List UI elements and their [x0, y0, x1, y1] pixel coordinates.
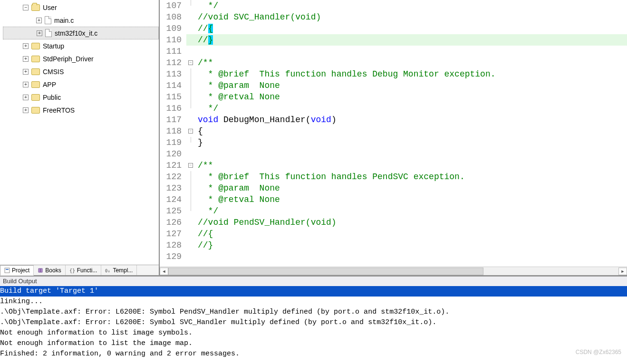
scroll-track[interactable]	[168, 268, 618, 275]
tree-folder[interactable]: +Startup	[3, 39, 159, 52]
code-line[interactable]: 127//{	[160, 228, 627, 239]
fold-gutter[interactable]	[186, 91, 195, 103]
code-line[interactable]: 120	[160, 148, 627, 160]
build-output-line[interactable]: Build target 'Target 1'	[0, 286, 627, 297]
build-output-body[interactable]: Build target 'Target 1'linking....\Obj\T…	[0, 286, 627, 364]
fold-gutter[interactable]	[186, 68, 195, 80]
fold-collapse-icon[interactable]: −	[188, 129, 193, 134]
tree-folder[interactable]: +CMSIS	[3, 65, 159, 78]
tree-folder[interactable]: +Public	[3, 91, 159, 104]
svg-text:{}: {}	[69, 268, 75, 273]
sidebar-tab[interactable]: Books	[34, 265, 65, 275]
watermark: CSDN @Zx62365	[576, 349, 621, 355]
fold-gutter[interactable]	[186, 171, 195, 182]
code-line[interactable]: 123 * @param None	[160, 182, 627, 194]
expand-icon[interactable]: +	[23, 43, 29, 49]
expand-icon[interactable]: +	[23, 82, 29, 87]
fold-gutter[interactable]	[186, 80, 195, 91]
code-text: * @param None	[195, 182, 627, 194]
code-line[interactable]: 114 * @param None	[160, 80, 627, 91]
tree-file[interactable]: +main.c	[3, 14, 159, 27]
sidebar-tab[interactable]: Project	[0, 265, 34, 276]
code-line[interactable]: 113 * @brief This function handles Debug…	[160, 68, 627, 80]
fold-gutter[interactable]: −	[186, 57, 195, 68]
build-output-line[interactable]: Finished: 2 information, 0 warning and 2…	[0, 349, 627, 359]
code-line[interactable]: 119}	[160, 137, 627, 148]
project-tree[interactable]: − User +main.c+stm32f10x_it.c +Startup+S…	[0, 0, 159, 265]
collapse-icon[interactable]: −	[23, 5, 29, 10]
expand-icon[interactable]: +	[23, 56, 29, 62]
fold-gutter[interactable]	[186, 194, 195, 205]
fold-gutter[interactable]	[186, 228, 195, 239]
tree-folder-user[interactable]: − User	[3, 1, 159, 14]
fold-gutter[interactable]	[186, 23, 195, 34]
expand-icon[interactable]: +	[23, 69, 29, 75]
line-number: 121	[160, 160, 186, 171]
build-output-line[interactable]: .\Obj\Template.axf: Error: L6200E: Symbo…	[0, 307, 627, 317]
code-line[interactable]: 129	[160, 251, 627, 262]
build-output-line[interactable]: Not enough information to list image sym…	[0, 328, 627, 338]
svg-rect-1	[6, 269, 9, 270]
code-line[interactable]: 124 * @retval None	[160, 194, 627, 205]
scroll-thumb[interactable]	[168, 268, 483, 275]
code-line[interactable]: 112−/**	[160, 57, 627, 68]
tree-folder[interactable]: +APP	[3, 78, 159, 91]
code-line[interactable]: 108//void SVC_Handler(void)	[160, 11, 627, 23]
tree-label: Startup	[43, 42, 64, 50]
svg-rect-0	[5, 268, 10, 273]
fold-gutter[interactable]	[186, 182, 195, 194]
fold-gutter[interactable]	[186, 205, 195, 217]
code-line[interactable]: 126//void PendSV_Handler(void)	[160, 217, 627, 228]
expand-icon[interactable]: +	[36, 18, 42, 23]
code-line[interactable]: 107 */	[160, 0, 627, 11]
tree-file[interactable]: +stm32f10x_it.c	[3, 27, 159, 39]
build-output-line[interactable]: Not enough information to list the image…	[0, 338, 627, 349]
code-line[interactable]: 125 */	[160, 205, 627, 217]
sidebar-tab[interactable]: {}Functi...	[66, 265, 102, 275]
fold-gutter[interactable]	[186, 11, 195, 23]
fold-gutter[interactable]	[186, 0, 195, 11]
fold-gutter[interactable]	[186, 34, 195, 46]
line-number: 115	[160, 91, 186, 103]
code-line[interactable]: 118−{	[160, 125, 627, 137]
scroll-right-icon[interactable]: ►	[618, 268, 627, 275]
fold-gutter[interactable]	[186, 103, 195, 114]
code-line[interactable]: 122 * @brief This function handles PendS…	[160, 171, 627, 182]
scroll-left-icon[interactable]: ◄	[160, 268, 168, 275]
tree-folder[interactable]: +StdPeriph_Driver	[3, 52, 159, 65]
fold-gutter[interactable]: −	[186, 125, 195, 137]
build-output-line[interactable]: linking...	[0, 297, 627, 307]
code-area[interactable]: 107 */108//void SVC_Handler(void)109//{1…	[160, 0, 627, 267]
code-text	[195, 46, 627, 57]
fold-gutter[interactable]: −	[186, 160, 195, 171]
code-text: //}	[195, 239, 627, 251]
fold-collapse-icon[interactable]: −	[188, 163, 193, 168]
expand-icon[interactable]: +	[37, 30, 42, 36]
fold-collapse-icon[interactable]: −	[188, 60, 193, 65]
fold-gutter[interactable]	[186, 239, 195, 251]
horizontal-scrollbar[interactable]: ◄ ►	[160, 267, 627, 275]
fold-gutter[interactable]	[186, 46, 195, 57]
code-line[interactable]: 110//}	[160, 34, 627, 46]
code-line[interactable]: 116 */	[160, 103, 627, 114]
code-line[interactable]: 109//{	[160, 23, 627, 34]
sidebar-tab[interactable]: 0↓Templ...	[101, 265, 137, 275]
code-line[interactable]: 111	[160, 46, 627, 57]
expand-icon[interactable]: +	[23, 95, 29, 100]
code-line[interactable]: 128//}	[160, 239, 627, 251]
fold-gutter[interactable]	[186, 251, 195, 262]
code-text: //void SVC_Handler(void)	[195, 11, 627, 23]
code-text: //{	[195, 228, 627, 239]
code-line[interactable]: 117void DebugMon_Handler(void)	[160, 114, 627, 125]
fold-gutter[interactable]	[186, 217, 195, 228]
build-output-line[interactable]: .\Obj\Template.axf: Error: L6200E: Symbo…	[0, 317, 627, 328]
project-sidebar: − User +main.c+stm32f10x_it.c +Startup+S…	[0, 0, 160, 275]
fold-gutter[interactable]	[186, 137, 195, 148]
fold-gutter[interactable]	[186, 114, 195, 125]
expand-icon[interactable]: +	[23, 107, 29, 113]
fold-gutter[interactable]	[186, 148, 195, 160]
code-line[interactable]: 121−/**	[160, 160, 627, 171]
tree-folder[interactable]: +FreeRTOS	[3, 104, 159, 116]
code-line[interactable]: 115 * @retval None	[160, 91, 627, 103]
code-text: * @retval None	[195, 194, 627, 205]
